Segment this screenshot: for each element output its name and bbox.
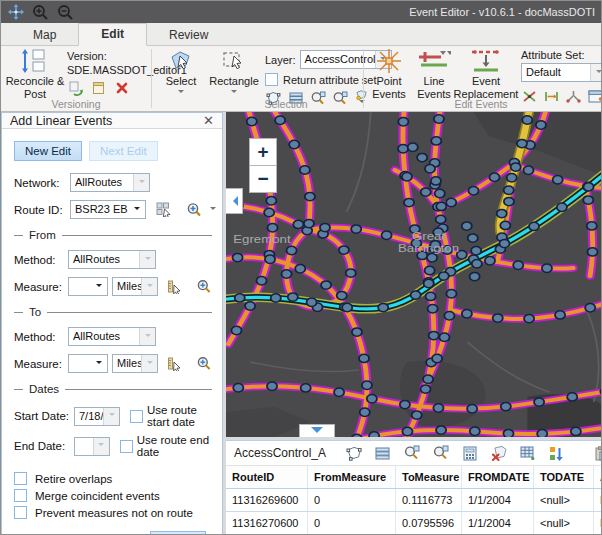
rectangle-tool-icon (221, 48, 247, 74)
table-select-features-icon[interactable] (344, 444, 363, 462)
next-button[interactable]: Next > (150, 531, 206, 535)
pan-icon[interactable] (7, 4, 24, 21)
tab-map[interactable]: Map (11, 25, 78, 46)
event-replacement-button[interactable]: Event Replacement (456, 48, 516, 100)
table-add-record-icon[interactable] (518, 444, 537, 462)
use-route-start-date-checkbox[interactable] (130, 410, 143, 423)
from-measure-on-map-icon[interactable] (167, 279, 182, 295)
network-value: AllRoutes (71, 174, 133, 191)
point-events-icon (376, 48, 402, 74)
use-route-end-date-checkbox[interactable] (120, 440, 133, 453)
zoom-to-route-icon[interactable] (186, 202, 203, 218)
tab-edit[interactable]: Edit (78, 23, 147, 46)
to-units-dropdown[interactable]: Miles (112, 354, 158, 373)
start-date-dropdown[interactable]: 7/18/ (74, 407, 120, 426)
table-sort-icon[interactable] (547, 444, 566, 462)
from-zoom-icon[interactable] (196, 279, 212, 295)
table-calculator-icon[interactable] (460, 444, 479, 462)
to-measure-dropdown[interactable] (68, 354, 108, 373)
to-method-dropdown[interactable]: AllRoutes (68, 327, 156, 346)
point-events-button[interactable]: Point Events (369, 48, 409, 100)
versioning-section-label: Versioning (21, 98, 131, 110)
col-routeid[interactable]: RouteID (226, 466, 308, 488)
col-accesscontrol[interactable]: AC (594, 466, 602, 488)
zoom-in-icon[interactable] (32, 4, 49, 21)
rectangle-button[interactable]: Rectangle (207, 48, 261, 96)
select-route-on-map-icon[interactable] (156, 202, 172, 218)
route-id-dropdown[interactable]: BSR23 EB (70, 200, 146, 219)
map-zoom-in-button[interactable]: + (249, 138, 277, 166)
new-version-icon[interactable] (90, 80, 107, 96)
to-zoom-icon[interactable] (196, 356, 212, 372)
map-zoom-out-button[interactable]: − (249, 165, 277, 193)
return-attribute-set-checkbox[interactable] (265, 73, 278, 86)
col-todate[interactable]: TODATE (534, 466, 594, 488)
attribute-set-dropdown[interactable]: Default (521, 63, 602, 82)
delete-version-icon[interactable] (113, 80, 130, 96)
from-method-label: Method: (14, 254, 64, 266)
line-events-icon (417, 48, 451, 74)
measure-offset-icon[interactable] (543, 88, 560, 104)
merge-events-icon[interactable] (565, 88, 582, 104)
tab-review[interactable]: Review (147, 25, 230, 46)
line-events-button[interactable]: Line Events (413, 48, 455, 100)
select-button[interactable]: Select (158, 48, 204, 96)
cell-routeid-2: 11316270600 (226, 512, 308, 534)
cell-fromdate-2: 1/1/2004 (462, 512, 534, 534)
app-title: Event Editor - v10.6.1 - docMassDOTI (409, 6, 595, 18)
from-units-caret-icon (141, 278, 157, 295)
from-units-dropdown[interactable]: Miles (112, 277, 158, 296)
table-clear-selection-icon[interactable] (489, 444, 508, 462)
merge-coincident-events-checkbox[interactable] (14, 489, 27, 502)
map-canvas[interactable]: Egremont Great Barrington + − (226, 112, 602, 437)
col-fromdate[interactable]: FROMDATE (462, 466, 534, 488)
cell-accesscontrol-2: N (594, 512, 602, 534)
map-graphics: Egremont Great Barrington (226, 112, 602, 437)
from-method-dropdown[interactable]: AllRoutes (68, 250, 156, 269)
collapse-table-button[interactable] (299, 424, 335, 437)
grid-row-1[interactable]: 11316269600 0 0.1116773 1/1/2004 <null> … (226, 489, 602, 512)
collapse-panel-button[interactable] (226, 188, 243, 214)
table-show-all-icon[interactable] (373, 444, 392, 462)
network-caret-icon (133, 174, 149, 191)
event-replacement-icon (469, 48, 503, 74)
to-method-label: Method: (14, 331, 64, 343)
col-tomeasure[interactable]: ToMeasure (396, 466, 462, 488)
col-frommeasure[interactable]: FromMeasure (308, 466, 396, 488)
to-measure-value (69, 355, 91, 372)
select-label: Select (166, 75, 197, 88)
attribute-window-icon[interactable] (587, 88, 602, 104)
panel-header: Add Linear Events ✕ (2, 113, 222, 129)
to-section-separator: To (14, 306, 212, 318)
selectable-layers-icon[interactable] (353, 90, 370, 106)
reconcile-post-icon (20, 48, 50, 74)
map-label-barrington: Barrington (398, 242, 459, 255)
cell-frommeasure-2: 0 (308, 512, 396, 534)
prevent-measures-checkbox[interactable] (14, 506, 27, 519)
start-date-label: Start Date: (14, 410, 70, 422)
retire-overlaps-checkbox[interactable] (14, 472, 27, 485)
table-paste-icon[interactable] (592, 444, 602, 462)
to-measure-on-map-icon[interactable] (167, 356, 182, 372)
grid-row-2[interactable]: 11316270600 0 0.0795596 1/1/2004 <null> … (226, 512, 602, 535)
from-measure-caret-icon (91, 278, 107, 295)
rectangle-caret-icon (231, 90, 237, 96)
end-date-dropdown[interactable] (74, 437, 110, 456)
dates-section-separator: Dates (14, 383, 212, 395)
table-zoom-to-selected-icon[interactable] (402, 444, 421, 462)
network-label: Network: (14, 177, 66, 189)
table-pan-to-selected-icon[interactable] (431, 444, 450, 462)
event-editor-window: Event Editor - v10.6.1 - docMassDOTI Map… (0, 0, 602, 535)
next-edit-button[interactable]: Next Edit (89, 141, 158, 161)
network-dropdown[interactable]: AllRoutes (70, 173, 150, 192)
zoom-options-caret-icon[interactable] (210, 207, 216, 213)
from-measure-dropdown[interactable] (68, 277, 108, 296)
start-date-caret-icon (103, 408, 119, 425)
reconcile-post-button[interactable]: Reconcile & Post (5, 48, 65, 100)
to-measure-caret-icon (91, 355, 107, 372)
new-edit-button[interactable]: New Edit (14, 141, 82, 161)
reconcile-icon[interactable] (67, 80, 84, 96)
close-icon[interactable]: ✕ (203, 113, 214, 128)
zoom-out-icon[interactable] (57, 4, 74, 21)
cell-accesscontrol-1: N (594, 489, 602, 511)
